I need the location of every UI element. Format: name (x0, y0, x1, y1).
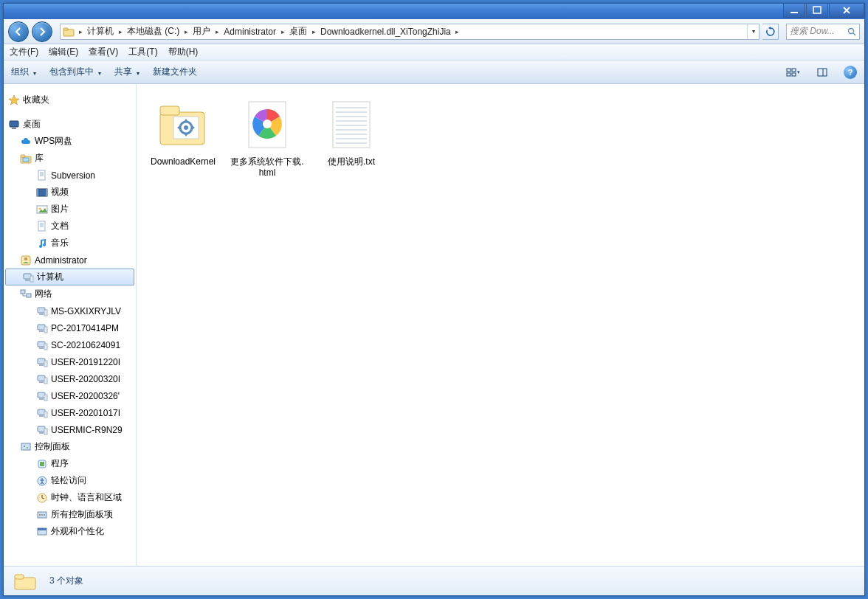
svg-rect-36 (27, 294, 31, 297)
svg-rect-0 (790, 12, 798, 13)
tree-item-docs[interactable]: 文档 (4, 218, 136, 235)
user-icon (20, 255, 32, 266)
tree-item-label: USER-20201017I (51, 408, 120, 418)
html-icon (238, 96, 296, 153)
menu-bar: 文件(F) 编辑(E) 查看(V) 工具(T) 帮助(H) (4, 44, 864, 60)
file-item-f3[interactable]: 使用说明.txt (311, 93, 392, 170)
tree-item-n6[interactable]: USER-20200326' (4, 387, 136, 404)
tree-favorites[interactable]: 收藏夹 (4, 91, 136, 108)
tree-item-network[interactable]: 网络 (4, 285, 136, 302)
svg-rect-12 (10, 121, 18, 127)
chevron-right-icon[interactable] (182, 28, 190, 35)
crumb-users[interactable]: 用户 (190, 24, 213, 39)
pc-icon (36, 322, 48, 334)
tree-item-n2[interactable]: PC-20170414PM (4, 319, 136, 336)
clock-icon (36, 492, 48, 504)
file-item-f2[interactable]: 更多系统软件下载.html (227, 93, 308, 181)
crumb-admin[interactable]: Administrator (221, 24, 279, 39)
tree-item-computer[interactable]: 计算机 (5, 269, 134, 285)
chevron-right-icon[interactable] (279, 28, 286, 35)
chevron-right-icon[interactable] (117, 28, 124, 35)
explorer-window: 计算机 本地磁盘 (C:) 用户 Administrator 桌面 Downlo… (3, 3, 865, 596)
menu-file[interactable]: 文件(F) (10, 46, 38, 58)
tree-item-ease[interactable]: 轻松访问 (4, 472, 136, 489)
tree-item-label: USER-20200326' (51, 391, 120, 401)
svg-rect-9 (792, 73, 796, 76)
tree-item-n3[interactable]: SC-20210624091 (4, 336, 136, 353)
change-view-button[interactable]: ▾ (785, 64, 801, 80)
tree-item-prog[interactable]: 程序 (4, 455, 136, 472)
appear-icon (36, 526, 48, 538)
close-button[interactable] (829, 4, 864, 18)
chevron-right-icon[interactable] (310, 28, 317, 35)
tree-item-label: USER-20200320I (51, 374, 120, 384)
new-folder-button[interactable]: 新建文件夹 (153, 66, 197, 78)
refresh-button[interactable] (762, 24, 779, 40)
address-bar[interactable]: 计算机 本地磁盘 (C:) 用户 Administrator 桌面 Downlo… (60, 24, 760, 40)
status-text: 3 个对象 (49, 575, 83, 587)
crumb-current[interactable]: Downloadkernel.dll_XiTongZhiJia (317, 24, 454, 39)
tree-item-label: 轻松访问 (51, 474, 86, 487)
video-icon (36, 187, 48, 198)
crumb-drive[interactable]: 本地磁盘 (C:) (124, 24, 182, 39)
pc-icon (36, 407, 48, 419)
share-button[interactable]: 共享 (114, 66, 140, 78)
crumb-computer[interactable]: 计算机 (84, 24, 117, 39)
command-bar: 组织 包含到库中 共享 新建文件夹 ▾ ? (4, 60, 864, 84)
tree-item-clock[interactable]: 时钟、语言和区域 (4, 489, 136, 506)
svg-line-5 (853, 33, 855, 35)
chevron-down-icon (135, 67, 140, 77)
svg-rect-34 (30, 276, 33, 282)
help-button[interactable]: ? (844, 66, 857, 79)
tree-item-lib[interactable]: 库 (4, 150, 136, 167)
svg-rect-92 (15, 575, 24, 579)
search-input[interactable]: 搜索 Dow... (786, 24, 860, 40)
minimize-button[interactable] (783, 4, 805, 18)
crumb-desktop[interactable]: 桌面 (286, 24, 310, 39)
chevron-right-icon[interactable] (213, 28, 221, 35)
svg-rect-51 (44, 378, 47, 384)
maximize-button[interactable] (806, 4, 828, 18)
tree-desktop[interactable]: 桌面 (4, 116, 136, 133)
file-item-f1[interactable]: DownloadKernel (142, 93, 224, 170)
forward-button[interactable] (32, 21, 52, 42)
address-dropdown[interactable]: ▾ (747, 24, 759, 39)
tree-item-n5[interactable]: USER-20200320I (4, 370, 136, 387)
include-in-library-button[interactable]: 包含到库中 (49, 66, 101, 78)
menu-view[interactable]: 查看(V) (89, 46, 118, 58)
tree-item-n4[interactable]: USER-20191220I (4, 353, 136, 370)
tree-item-n8[interactable]: USERMIC-R9N29 (4, 421, 136, 438)
svg-rect-44 (39, 347, 44, 349)
tree-item-admin[interactable]: Administrator (4, 252, 136, 269)
chevron-right-icon[interactable] (77, 28, 84, 35)
tree-item-allcp[interactable]: 所有控制面板项 (4, 506, 136, 523)
tree-item-label: 所有控制面板项 (51, 508, 113, 521)
chevron-right-icon[interactable] (454, 28, 461, 35)
menu-help[interactable]: 帮助(H) (168, 46, 199, 58)
svg-rect-60 (44, 429, 47, 434)
tree-item-video[interactable]: 视频 (4, 184, 136, 201)
tree-item-wps[interactable]: WPS网盘 (4, 133, 136, 150)
organize-button[interactable]: 组织 (11, 66, 36, 78)
tree-item-n7[interactable]: USER-20201017I (4, 404, 136, 421)
search-icon (847, 27, 856, 36)
tree-item-label: 库 (35, 152, 44, 165)
chevron-down-icon: ▾ (797, 69, 800, 75)
tree-item-music[interactable]: 音乐 (4, 235, 136, 252)
navigation-pane[interactable]: 收藏夹 桌面 WPS网盘库Subversion视频图片文档音乐Administr… (4, 84, 137, 566)
back-button[interactable] (8, 21, 29, 42)
folder-icon (154, 96, 212, 153)
tree-item-n1[interactable]: MS-GXKIXRYJLV (4, 302, 136, 319)
tree-item-label: SC-20210624091 (51, 340, 120, 350)
tree-item-label: Administrator (35, 255, 87, 266)
preview-pane-button[interactable] (814, 64, 830, 80)
tree-item-cp[interactable]: 控制面板 (4, 438, 136, 455)
file-list[interactable]: DownloadKernel更多系统软件下载.html使用说明.txt (137, 84, 864, 566)
menu-tools[interactable]: 工具(T) (128, 46, 157, 58)
txt-icon (323, 96, 380, 153)
tree-item-pic[interactable]: 图片 (4, 201, 136, 218)
svg-rect-38 (39, 314, 44, 315)
tree-item-appear[interactable]: 外观和个性化 (4, 523, 136, 540)
menu-edit[interactable]: 编辑(E) (49, 46, 78, 58)
tree-item-svn[interactable]: Subversion (4, 167, 136, 184)
